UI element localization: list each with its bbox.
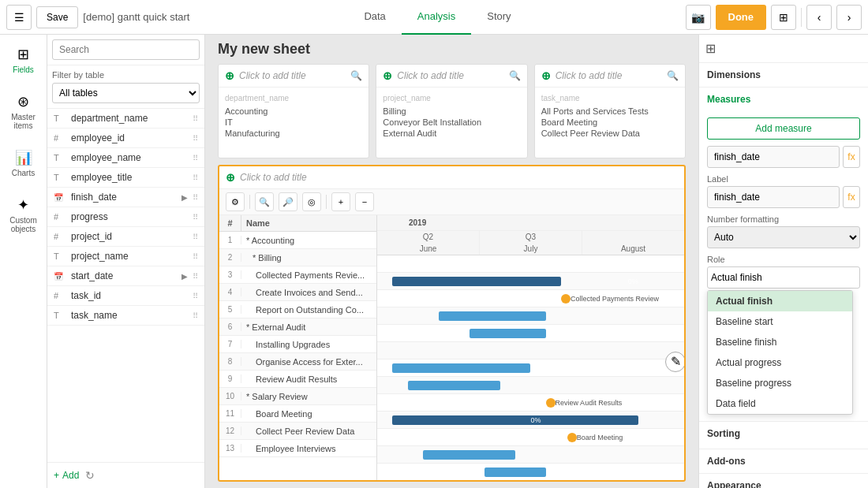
chart3-title[interactable]: Click to add title: [556, 70, 623, 81]
sidebar-item-master-items[interactable]: ⊛ Master items: [3, 88, 44, 135]
dimensions-toggle[interactable]: Dimensions: [699, 63, 868, 87]
dropdown-baseline-progress[interactable]: Baseline progress: [708, 373, 852, 393]
gantt-quarter-row: Q2 Q3: [377, 231, 684, 243]
chart3-item-1: All Ports and Services Tests: [541, 106, 679, 117]
hamburger-button[interactable]: ☰: [6, 5, 32, 30]
toolbar-sep-1: [249, 195, 250, 209]
refresh-button[interactable]: ↻: [85, 469, 95, 482]
gantt-q3b: [582, 231, 684, 243]
main-chart-title[interactable]: Click to add title: [240, 172, 307, 183]
field-item-start-date[interactable]: 📅 start_date ▶ ⠿: [47, 266, 204, 286]
gantt-rows-container: 1* Accounting 2* Billing 3Collected Paym…: [219, 232, 376, 457]
add-field-button[interactable]: + Add: [54, 469, 79, 482]
measures-toggle[interactable]: Measures: [699, 88, 868, 111]
gantt-q2: Q2: [377, 231, 480, 243]
chart1-content: department_name Accounting IT Manufactur…: [219, 88, 369, 158]
gantt-table-header: # Name: [219, 215, 376, 232]
label-input[interactable]: [707, 186, 840, 208]
dropdown-baseline-start[interactable]: Baseline start: [708, 311, 852, 332]
nav-prev-button[interactable]: ‹: [806, 5, 832, 30]
field-item-project-name[interactable]: T project_name ⠿: [47, 247, 204, 266]
field-item-finish-date[interactable]: 📅 finish_date ▶ ⠿: [47, 188, 204, 207]
chart3-search-icon[interactable]: 🔍: [667, 70, 679, 81]
chart1-search-icon[interactable]: 🔍: [350, 70, 362, 81]
sorting-toggle[interactable]: Sorting: [707, 428, 860, 439]
search-input[interactable]: [52, 39, 200, 60]
right-panel: ⊞ Dimensions Measures Add measure fx Lab…: [698, 35, 868, 488]
fields-label: Fields: [13, 65, 34, 74]
label-section-title: Label: [707, 174, 860, 184]
field-icon-projectname: T: [54, 251, 66, 261]
field-item-department-name[interactable]: T department_name ⠿: [47, 109, 204, 129]
gantt-row-12: 12Collect Peer Review Data: [219, 423, 376, 440]
custom-objects-label: Custom objects: [8, 216, 39, 233]
field-item-project-id[interactable]: # project_id ⠿: [47, 227, 204, 247]
sidebar-item-custom-objects[interactable]: ✦ Custom objects: [3, 192, 44, 238]
chart1-item-2: IT: [225, 117, 362, 128]
field-name-department: department_name: [71, 113, 188, 124]
field-name-projectname: project_name: [71, 251, 188, 262]
field-expand-startdate[interactable]: ▶: [181, 272, 188, 281]
report-bar: [470, 329, 546, 338]
chart2-title[interactable]: Click to add title: [397, 70, 464, 81]
tab-analysis[interactable]: Analysis: [402, 0, 471, 35]
dropdown-baseline-finish[interactable]: Baseline finish: [708, 332, 852, 352]
toolbar-minus-btn[interactable]: −: [355, 192, 374, 211]
measure-input[interactable]: [707, 146, 840, 168]
charts-grid-top: ⊕ Click to add title 🔍 department_name A…: [205, 64, 698, 165]
appearance-toggle[interactable]: Appearance: [707, 480, 860, 488]
field-icon-taskid: #: [54, 291, 66, 300]
toolbar-zoom-in-btn[interactable]: 🔍: [255, 192, 274, 211]
edit-handle[interactable]: ✎: [665, 352, 684, 372]
sidebar-item-fields[interactable]: ⊞ Fields: [3, 41, 44, 79]
field-item-employee-id[interactable]: # employee_id ⠿: [47, 129, 204, 148]
toolbar-target-btn[interactable]: ◎: [302, 192, 321, 211]
field-item-progress[interactable]: # progress ⠿: [47, 207, 204, 227]
collected-label: Collected Payments Review: [571, 295, 659, 303]
field-item-task-id[interactable]: # task_id ⠿: [47, 286, 204, 306]
table-select[interactable]: All tables: [52, 83, 200, 103]
export-button[interactable]: ⊞: [771, 5, 796, 30]
save-button[interactable]: Save: [36, 6, 78, 28]
field-item-employee-name[interactable]: T employee_name ⠿: [47, 148, 204, 168]
installing-bar: [392, 363, 530, 373]
toolbar-zoom-out-btn[interactable]: 🔎: [279, 192, 297, 211]
done-button[interactable]: Done: [716, 5, 767, 30]
field-name-empname: employee_name: [71, 152, 188, 163]
fx-button-label[interactable]: fx: [843, 186, 860, 208]
chart-placeholder-3: ⊕ Click to add title 🔍 task_name All Por…: [534, 64, 686, 158]
snapshot-button[interactable]: 📷: [686, 5, 711, 30]
dropdown-actual-progress[interactable]: Actual progress: [708, 352, 852, 373]
dropdown-data-field[interactable]: Data field: [708, 393, 852, 414]
role-select[interactable]: Actual finish Baseline start Baseline fi…: [707, 266, 860, 289]
gantt-row-3: 3Collected Payments Revie...: [219, 266, 376, 284]
measures-section: Measures Add measure fx Label fx: [699, 88, 868, 422]
gantt-row-8: 8Organise Access for Exter...: [219, 353, 376, 371]
chart1-field-label: department_name: [225, 94, 362, 102]
field-expand-finishdate[interactable]: ▶: [181, 193, 188, 202]
field-item-task-name[interactable]: T task_name ⠿: [47, 306, 204, 326]
add-ons-toggle[interactable]: Add-ons: [707, 456, 860, 467]
role-row: Role Actual finish Baseline start Baseli…: [707, 255, 860, 415]
toolbar-plus-btn[interactable]: +: [331, 192, 350, 211]
number-formatting-select[interactable]: Auto: [707, 226, 860, 248]
gantt-q3: Q3: [480, 231, 582, 243]
tab-data[interactable]: Data: [348, 0, 401, 35]
fx-button-measure[interactable]: fx: [843, 146, 860, 168]
topbar: ☰ Save [demo] gantt quick start Data Ana…: [0, 0, 868, 35]
add-measure-button[interactable]: Add measure: [707, 117, 860, 140]
field-item-employee-title[interactable]: T employee_title ⠿: [47, 168, 204, 188]
gantt-bar-row-6: [377, 342, 684, 359]
chart1-title[interactable]: Click to add title: [239, 70, 306, 81]
dropdown-actual-finish[interactable]: Actual finish: [708, 291, 852, 311]
sidebar-item-charts[interactable]: 📊 Charts: [3, 144, 44, 182]
gantt-bar-row-13: [377, 464, 684, 481]
gantt-row-9: 9Review Audit Results: [219, 371, 376, 388]
tab-story[interactable]: Story: [471, 0, 526, 35]
toolbar-settings-btn[interactable]: ⚙: [226, 192, 245, 211]
chart2-add-icon: ⊕: [383, 69, 392, 82]
field-name-taskid: task_id: [71, 290, 188, 301]
topbar-left: ☰ Save [demo] gantt quick start: [6, 5, 189, 30]
nav-next-button[interactable]: ›: [836, 5, 862, 30]
chart2-search-icon[interactable]: 🔍: [509, 70, 521, 81]
